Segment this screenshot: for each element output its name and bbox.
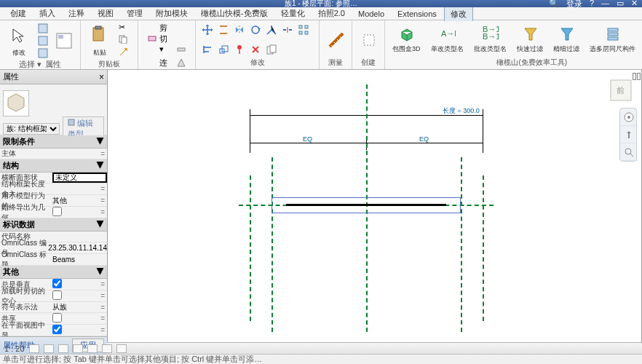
geom-a[interactable] xyxy=(173,43,189,55)
svg-rect-23 xyxy=(364,35,374,45)
svg-rect-2 xyxy=(39,49,47,58)
props-small-1[interactable] xyxy=(35,23,51,34)
cut-button[interactable]: ✂ xyxy=(116,22,132,33)
rotate-icon[interactable] xyxy=(250,24,261,36)
visual-style-button[interactable] xyxy=(44,344,54,353)
offset-icon[interactable] xyxy=(218,24,229,36)
tab-annotate[interactable]: 注释 xyxy=(63,7,90,20)
props-panel-toggle[interactable] xyxy=(54,31,74,51)
create-group-label: 创建 xyxy=(358,58,379,68)
section-structure[interactable]: 结构⯆ xyxy=(0,159,107,173)
svg-text:B→1: B→1 xyxy=(483,32,499,41)
export-geom-check[interactable] xyxy=(52,207,62,216)
nav-zoom[interactable] xyxy=(620,143,638,161)
create-button[interactable] xyxy=(358,30,379,50)
ref-left-ext xyxy=(250,175,251,321)
svg-rect-6 xyxy=(95,26,101,29)
view-control-bar: 1 : 20 xyxy=(0,342,642,354)
crop-button[interactable] xyxy=(87,344,98,353)
cut-geom-button[interactable]: 剪切 ▾ xyxy=(144,22,170,55)
ribbon-group-clipboard: 粘贴 ✂ 剪贴板 xyxy=(81,20,138,69)
show-plan-check[interactable] xyxy=(52,325,62,334)
align-icon[interactable] xyxy=(202,44,213,55)
batch-rename-button[interactable]: B→1B→1批改类型名 xyxy=(472,24,508,55)
max-icon[interactable]: ▭ xyxy=(617,0,624,9)
close-icon[interactable]: × xyxy=(99,72,104,82)
tab-manage[interactable]: 管理 xyxy=(121,7,148,20)
search-icon[interactable]: 🔍 xyxy=(549,0,559,9)
scale-icon[interactable] xyxy=(218,44,229,55)
svg-rect-14 xyxy=(299,25,302,28)
section-constraints[interactable]: 限制条件⯆ xyxy=(0,135,107,149)
section-other[interactable]: 其他⯆ xyxy=(0,266,107,279)
section-identity[interactable]: 标识数据⯆ xyxy=(0,218,107,232)
nav-cube[interactable]: 前 xyxy=(606,76,635,105)
detail-level-button[interactable] xyxy=(29,344,39,353)
svg-rect-17 xyxy=(305,31,308,34)
ref-left-inner xyxy=(272,157,273,332)
drawing-canvas[interactable]: 长度 = 300.0 EQ EQ 前 xyxy=(108,70,642,342)
geom-b[interactable] xyxy=(173,57,189,68)
ref-right-inner xyxy=(461,157,462,332)
prop-symbol: 符号表示法从族= xyxy=(0,302,107,313)
tab-create[interactable]: 创建 xyxy=(4,7,32,20)
ribbon-group-olive: 包围盒3D A→B单改类型名 B→1B→1批改类型名 快速过滤 精细过滤 选多层… xyxy=(385,20,642,69)
bbox3d-button[interactable]: 包围盒3D xyxy=(391,24,422,55)
svg-point-37 xyxy=(627,116,630,119)
paste-button[interactable]: 粘贴 xyxy=(87,22,113,59)
void-loaded-check[interactable] xyxy=(52,290,62,300)
props-small-3[interactable] xyxy=(35,47,51,59)
always-vert-check[interactable] xyxy=(52,279,62,288)
modify-tool-button[interactable]: 修改 xyxy=(6,22,32,59)
mirror-icon[interactable] xyxy=(234,24,245,36)
tab-insert[interactable]: 插入 xyxy=(33,7,61,20)
svg-rect-16 xyxy=(299,31,302,34)
tab-olive[interactable]: 橄榄山快模-免费版 xyxy=(195,7,274,20)
tab-addins[interactable]: 附加模块 xyxy=(150,7,194,20)
properties-titlebar[interactable]: 属性 × xyxy=(0,70,107,84)
svg-rect-12 xyxy=(178,48,185,51)
copy-mod-icon[interactable] xyxy=(266,44,277,55)
scale-display[interactable]: 1 : 20 xyxy=(4,344,25,353)
ribbon: 修改 选择 ▾ 属性 粘贴 ✂ 剪贴板 xyxy=(0,20,642,70)
family-selector[interactable]: 族: 结构框架 xyxy=(3,123,60,135)
tab-view[interactable]: 视图 xyxy=(92,7,119,20)
shape-input[interactable] xyxy=(52,173,107,183)
ref-right-ext xyxy=(483,175,484,321)
delete-icon[interactable] xyxy=(250,44,261,55)
sun-button[interactable] xyxy=(58,344,68,353)
family-thumbnail xyxy=(3,90,29,116)
split-icon[interactable] xyxy=(282,24,293,36)
nav-pan[interactable] xyxy=(620,126,638,143)
svg-text:前: 前 xyxy=(617,86,625,95)
trim-icon[interactable] xyxy=(266,24,277,36)
measure-button[interactable] xyxy=(325,30,346,50)
fine-filter-button[interactable]: 精细过滤 xyxy=(552,24,581,55)
nav-wheel[interactable] xyxy=(620,108,638,126)
help-icon[interactable]: ? xyxy=(590,0,594,9)
crop-region-button[interactable] xyxy=(102,344,112,353)
login-link[interactable]: 登录 xyxy=(566,0,582,9)
copy-button[interactable] xyxy=(116,34,132,46)
match-button[interactable] xyxy=(116,47,132,59)
multi-level-button[interactable]: 选多层同尺构件 xyxy=(588,24,637,55)
props-small-2[interactable] xyxy=(35,35,51,47)
quick-filter-button[interactable]: 快速过滤 xyxy=(515,24,544,55)
move-icon[interactable] xyxy=(202,24,213,36)
pin-icon[interactable] xyxy=(234,44,245,55)
min-icon[interactable]: — xyxy=(601,0,609,9)
svg-rect-9 xyxy=(148,36,156,41)
tab-modelo[interactable]: Modelo xyxy=(352,8,390,20)
svg-rect-29 xyxy=(608,37,618,40)
single-rename-button[interactable]: A→B单改类型名 xyxy=(429,24,465,55)
title-bar: 族1 - 楼层平面: 参照… 🔍 登录 ? — ▭ ✕ xyxy=(0,0,642,7)
hide-button[interactable] xyxy=(116,344,127,353)
select-group-label: 选择 ▾ xyxy=(19,60,41,68)
close-icon[interactable]: ✕ xyxy=(631,0,638,9)
tab-modify[interactable]: 修改 xyxy=(444,7,473,21)
shared-check[interactable] xyxy=(52,313,62,323)
array-icon[interactable] xyxy=(298,24,309,36)
shadows-button[interactable] xyxy=(73,344,83,353)
ribbon-group-geometry: 剪切 ▾ 连接 ▾ 几何图形 xyxy=(138,20,196,69)
tab-extensions[interactable]: Extensions xyxy=(392,8,443,20)
